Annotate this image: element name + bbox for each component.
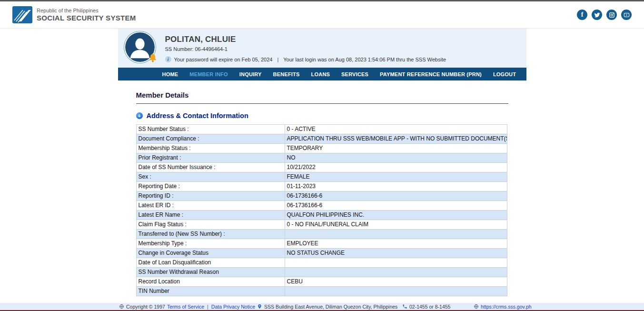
table-row: Membership Status : TEMPORARY: [136, 144, 507, 153]
table-row: Claim Flag Status : 0 - NO FINAL/FUNERAL…: [136, 220, 507, 230]
hotline-numbers: 02-1455 or 8-1455: [409, 304, 450, 310]
detail-label: Document Compliance :: [136, 134, 285, 144]
last-login-text: Your last login was on Aug 08, 2023 1:54…: [283, 57, 446, 62]
member-ss-number: SS Number: 06-4496464-1: [165, 46, 446, 52]
detail-label: Date of SS Number Issuance :: [136, 163, 285, 172]
detail-value: 01-11-2023: [285, 182, 507, 191]
member-details-content: Member Details + Address & Contact Infor…: [118, 80, 526, 296]
table-row: SS Number Withdrawal Reason: [136, 268, 507, 277]
site-footer: Copyright © 1997 Terms of Service | Data…: [0, 303, 644, 310]
detail-label: Record Location: [136, 277, 285, 287]
footer-separator: |: [206, 304, 209, 310]
detail-label: Membership Status :: [136, 144, 285, 153]
password-expiry-notice: Your password will expire on Feb 05, 202…: [174, 57, 273, 62]
detail-value: TEMPORARY: [285, 144, 507, 153]
detail-value: CEBU: [285, 277, 507, 287]
terms-of-service-link[interactable]: Terms of Service: [167, 304, 204, 310]
detail-label: SS Number Withdrawal Reason: [136, 268, 285, 277]
office-address: SSS Building East Avenue, Diliman Quezon…: [264, 304, 397, 310]
nav-item[interactable]: LOANS: [311, 71, 330, 77]
nav-item[interactable]: PAYMENT REFERENCE NUMBER (PRN): [380, 71, 482, 77]
data-privacy-notice-link[interactable]: Data Privacy Notice: [211, 304, 255, 310]
table-row: Latest ER Name : QUALFON PHILIPPINES INC…: [136, 211, 507, 220]
section-address-contact-toggle[interactable]: + Address & Contact Information: [136, 112, 508, 120]
detail-value: [285, 287, 507, 296]
detail-label: Prior Registrant :: [136, 153, 285, 163]
detail-value: [285, 258, 507, 268]
copyright-text: Copyright © 1997: [126, 304, 165, 310]
detail-label: Transferred to (New SS Number) :: [136, 230, 285, 239]
brand-tagline: Republic of the Philippines: [37, 8, 136, 14]
sss-logo: [12, 6, 32, 23]
detail-value: QUALFON PHILIPPINES INC.: [285, 211, 507, 220]
main-nav: HOME MEMBER INFO INQUIRY BENEFITS LOANS …: [118, 68, 526, 80]
table-row: Prior Registrant : NO: [136, 153, 507, 163]
instagram-icon[interactable]: [606, 10, 617, 20]
globe-icon: [474, 304, 479, 309]
brand-name: SOCIAL SECURITY SYSTEM: [37, 14, 136, 22]
location-pin-icon: [257, 304, 262, 309]
table-row: SS Number Status : 0 - ACTIVE: [136, 125, 507, 134]
detail-value: 0 - NO FINAL/FUNERAL CLAIM: [285, 220, 507, 230]
facebook-icon[interactable]: f: [577, 10, 587, 20]
member-profile-panel: POLITAN, CHLUIE SS Number: 06-4496464-1 …: [118, 29, 526, 68]
detail-value: [285, 230, 507, 239]
brand-text: Republic of the Philippines SOCIAL SECUR…: [37, 8, 136, 22]
table-row: Change in Coverage Status NO STATUS CHAN…: [136, 249, 507, 258]
page-title: Member Details: [136, 91, 508, 99]
detail-value: EMPLOYEE: [285, 239, 507, 249]
detail-value: 06-1736166-6: [285, 201, 507, 211]
detail-value: 06-1736166-6: [285, 191, 507, 201]
info-icon: i: [165, 56, 171, 62]
detail-value: [285, 268, 507, 277]
site-header: Republic of the Philippines SOCIAL SECUR…: [0, 1, 644, 29]
nav-item[interactable]: BENEFITS: [273, 71, 300, 77]
table-row: Date of Loan Disqualification: [136, 258, 507, 268]
detail-value: NO STATUS CHANGE: [285, 249, 507, 258]
table-row: Reporting Date : 01-11-2023: [136, 182, 507, 191]
table-row: Sex : FEMALE: [136, 172, 507, 182]
nav-item[interactable]: SERVICES: [341, 71, 368, 77]
nav-item[interactable]: INQUIRY: [239, 71, 262, 77]
member-name: POLITAN, CHLUIE: [165, 35, 446, 44]
detail-value: 10/21/2022: [285, 163, 507, 172]
detail-value: NO: [285, 153, 507, 163]
detail-label: Reporting ID :: [136, 191, 285, 201]
detail-value: FEMALE: [285, 172, 507, 182]
nav-item[interactable]: LOGOUT: [493, 71, 516, 77]
table-row: Reporting ID : 06-1736166-6: [136, 191, 507, 201]
detail-value: APPLICATION THRU SSS WEB/MOBILE APP - WI…: [285, 134, 507, 144]
notification-bell-icon[interactable]: [148, 52, 158, 63]
detail-label: Sex :: [136, 172, 285, 182]
table-row: Document Compliance : APPLICATION THRU S…: [136, 134, 507, 144]
detail-label: Latest ER Name :: [136, 211, 285, 220]
detail-label: Date of Loan Disqualification: [136, 258, 285, 268]
table-row: Latest ER ID : 06-1736166-6: [136, 201, 507, 211]
table-row: Membership Type : EMPLOYEE: [136, 239, 507, 249]
detail-label: Latest ER ID :: [136, 201, 285, 211]
phone-icon: [402, 304, 407, 309]
table-row: Date of SS Number Issuance : 10/21/2022: [136, 163, 507, 172]
detail-label: Change in Coverage Status: [136, 249, 285, 258]
detail-label: SS Number Status :: [136, 125, 285, 134]
table-row: Transferred to (New SS Number) :: [136, 230, 507, 239]
detail-label: TIN Number: [136, 287, 285, 296]
notice-separator: |: [275, 57, 280, 62]
website-link[interactable]: https://crms.sss.gov.ph: [481, 304, 532, 310]
table-row: TIN Number: [136, 287, 507, 296]
member-details-table: SS Number Status : 0 - ACTIVE Document C…: [136, 124, 507, 296]
globe-icon: [119, 304, 124, 309]
expand-plus-icon[interactable]: +: [136, 112, 143, 119]
nav-item[interactable]: HOME: [162, 71, 178, 77]
detail-label: Membership Type :: [136, 239, 285, 249]
twitter-icon[interactable]: [592, 10, 602, 20]
detail-label: Claim Flag Status :: [136, 220, 285, 230]
title-divider: [136, 103, 508, 104]
social-links: f: [577, 10, 632, 20]
nav-item[interactable]: MEMBER INFO: [189, 71, 228, 77]
table-row: Record Location CEBU: [136, 277, 507, 287]
youtube-icon[interactable]: [621, 10, 632, 20]
detail-value: 0 - ACTIVE: [285, 125, 507, 134]
section-title: Address & Contact Information: [147, 112, 248, 120]
detail-label: Reporting Date :: [136, 182, 285, 191]
